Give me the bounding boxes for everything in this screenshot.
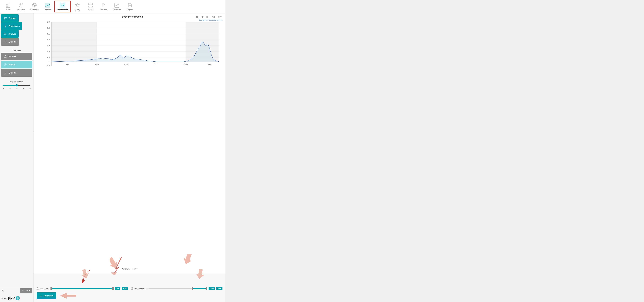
- svg-point-8: [34, 5, 35, 6]
- left-arrow-svg: [110, 256, 127, 275]
- csv-button[interactable]: ⚙ CSV ▾: [20, 289, 32, 293]
- gear-icon: ⚙: [22, 290, 24, 292]
- testdata-section-title: Test data: [0, 48, 34, 52]
- quality-icon: [74, 2, 80, 8]
- used-area-track[interactable]: [51, 288, 114, 289]
- export-button[interactable]: Export ▸: [1, 38, 19, 46]
- svg-text:0.6: 0.6: [47, 27, 50, 29]
- nav-data[interactable]: 0100 1011 0101 Data: [2, 1, 15, 12]
- csv-label: CSV ▾: [24, 290, 30, 292]
- export2-button[interactable]: Export ▸: [1, 69, 32, 77]
- svg-marker-87: [60, 293, 76, 299]
- main-layout: 10 Pretreat Preprocess: [0, 13, 226, 302]
- nav-prediction-label: Prediction: [113, 9, 121, 11]
- testdata-icon: [101, 2, 106, 8]
- nav-baseline[interactable]: Baseline: [41, 1, 54, 12]
- nav-calibration-label: Calibration: [30, 9, 38, 11]
- nav-prediction[interactable]: Prediction: [110, 1, 124, 12]
- used-area-min-badge: 249: [115, 287, 120, 290]
- expertise-section: Expertise level 1 3 5 7 9: [0, 79, 34, 91]
- svg-text:-0.1: -0.1: [46, 64, 50, 66]
- controls-row-1: ? Used area : 249 3050 ? Excluded: [36, 287, 222, 290]
- sidebar-divider-1: [1, 47, 32, 47]
- nav-despiking-label: Despiking: [18, 9, 25, 11]
- nav-testdata-label: Test data: [100, 9, 107, 11]
- svg-rect-29: [4, 18, 5, 19]
- chart-title: Baseline corrected: [42, 15, 222, 18]
- preprocess-button[interactable]: Preprocess: [1, 22, 22, 30]
- excluded-area-left-handle[interactable]: [192, 287, 193, 290]
- excluded-area-right-handle[interactable]: [206, 287, 208, 290]
- ipht-logo-icon: [15, 296, 20, 301]
- svg-text:10: 10: [6, 18, 7, 19]
- used-area-left-handle[interactable]: [50, 287, 52, 290]
- expertise-label-3: 3: [10, 87, 11, 89]
- predict-label: Predict: [8, 63, 15, 66]
- svg-point-34: [5, 26, 6, 27]
- svg-rect-28: [6, 17, 6, 18]
- svg-rect-23: [114, 3, 119, 7]
- svg-rect-19: [91, 6, 92, 7]
- nav-calibration[interactable]: Calibration: [28, 1, 41, 12]
- normalize-button[interactable]: Normalize: [36, 292, 56, 299]
- svg-rect-16: [88, 3, 90, 5]
- used-area-label-text: Used area :: [40, 288, 49, 290]
- svg-text:2500: 2500: [184, 63, 188, 65]
- used-area-help[interactable]: ?: [36, 287, 39, 290]
- normalization-icon: [60, 2, 66, 8]
- svg-point-5: [21, 5, 22, 6]
- nav-baseline-label: Baseline: [44, 9, 51, 11]
- pretreat-button[interactable]: 10 Pretreat: [1, 14, 18, 22]
- chart-svg-wrapper: 0.7 0.6 0.5 0.4 0.3 0.2 0.1 0 -0.1 500 1…: [42, 19, 222, 69]
- svg-text:0.7: 0.7: [47, 21, 50, 23]
- analyze-label: Analyze: [8, 33, 16, 35]
- svg-rect-15: [64, 5, 64, 6]
- used-area-right-handle[interactable]: [112, 287, 114, 290]
- svg-text:0101: 0101: [6, 6, 8, 7]
- predict-icon: [4, 63, 7, 66]
- excluded-area-track[interactable]: [148, 288, 207, 289]
- import-button[interactable]: Import ▸: [1, 53, 32, 60]
- nav-despiking[interactable]: Despiking: [15, 1, 28, 12]
- chart-y-label: Raman intensity / arb. u.: [34, 125, 34, 144]
- svg-point-40: [5, 64, 6, 65]
- nav-model[interactable]: Model: [84, 1, 97, 12]
- nav-model-label: Model: [88, 9, 93, 11]
- svg-text:0: 0: [49, 60, 50, 63]
- nav-reports[interactable]: Reports: [124, 1, 136, 12]
- ipht-text: |ipht: [8, 296, 15, 300]
- normalize-arrow: [59, 292, 77, 299]
- used-area-max-badge: 3050: [122, 287, 128, 290]
- brightness-icon[interactable]: ☀: [2, 289, 4, 293]
- expertise-label-7: 7: [23, 87, 24, 89]
- normalize-arrow-svg: [59, 292, 77, 299]
- top-nav: 0100 1011 0101 Data Despiking: [0, 0, 226, 13]
- svg-text:2000: 2000: [154, 63, 158, 65]
- svg-text:0.5: 0.5: [47, 33, 50, 35]
- nav-testdata[interactable]: Test data: [97, 1, 110, 12]
- chart-area: Baseline corrected Background corrected …: [34, 13, 226, 273]
- nav-reports-label: Reports: [127, 9, 133, 11]
- expertise-slider-container: 1 3 5 7 9: [2, 84, 31, 89]
- controls-area: ? Used area : 249 3050 ? Excluded: [34, 273, 226, 302]
- import-icon: [4, 55, 7, 58]
- excluded-area-help[interactable]: ?: [131, 287, 133, 290]
- nav-normalization[interactable]: Normalization: [54, 1, 71, 12]
- sidebar-divider-2: [1, 78, 32, 78]
- svg-text:1500: 1500: [124, 63, 128, 65]
- svg-rect-18: [88, 6, 90, 7]
- chart-svg: 0.7 0.6 0.5 0.4 0.3 0.2 0.1 0 -0.1 500 1…: [42, 19, 222, 69]
- excluded-area-min-badge: 1800: [208, 287, 215, 290]
- expertise-label-1: 1: [3, 87, 4, 89]
- export-icon: [4, 40, 7, 43]
- expertise-slider[interactable]: [3, 84, 30, 87]
- analyze-button[interactable]: Analyze: [1, 30, 18, 38]
- predict-button[interactable]: Predict: [1, 61, 32, 68]
- svg-rect-78: [52, 22, 97, 62]
- baseline-icon: [45, 2, 50, 8]
- excluded-area-group: ? Excluded area : 1800 2496: [131, 287, 222, 290]
- nav-quality[interactable]: Quality: [71, 1, 84, 12]
- arrows-row: [36, 276, 222, 285]
- analyze-icon: [4, 32, 7, 36]
- svg-text:3000: 3000: [208, 63, 212, 65]
